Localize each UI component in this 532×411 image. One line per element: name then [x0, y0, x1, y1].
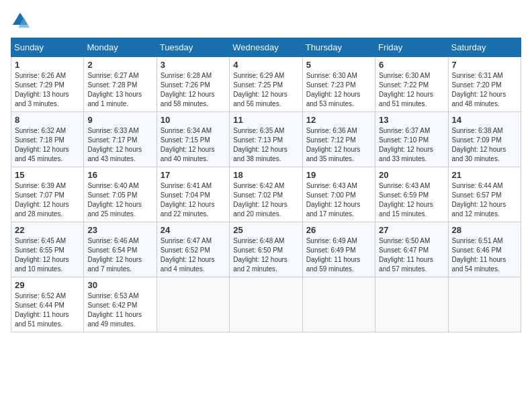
calendar-cell: 27Sunrise: 6:50 AM Sunset: 6:47 PM Dayli… [375, 222, 448, 277]
day-info: Sunrise: 6:50 AM Sunset: 6:47 PM Dayligh… [379, 236, 444, 274]
calendar-cell: 15Sunrise: 6:39 AM Sunset: 7:07 PM Dayli… [11, 167, 84, 222]
calendar-cell: 19Sunrise: 6:43 AM Sunset: 7:00 PM Dayli… [302, 167, 375, 222]
day-number: 10 [161, 115, 226, 125]
weekday-header-friday: Friday [375, 38, 448, 57]
day-info: Sunrise: 6:37 AM Sunset: 7:10 PM Dayligh… [379, 126, 444, 164]
weekday-header-tuesday: Tuesday [157, 38, 229, 57]
day-info: Sunrise: 6:43 AM Sunset: 7:00 PM Dayligh… [306, 181, 371, 219]
day-number: 24 [161, 225, 226, 235]
day-info: Sunrise: 6:35 AM Sunset: 7:13 PM Dayligh… [233, 126, 298, 164]
day-number: 1 [15, 60, 80, 70]
calendar-cell [448, 277, 521, 332]
calendar-cell: 23Sunrise: 6:46 AM Sunset: 6:54 PM Dayli… [84, 222, 157, 277]
day-number: 11 [233, 115, 298, 125]
day-number: 29 [15, 280, 80, 290]
day-info: Sunrise: 6:39 AM Sunset: 7:07 PM Dayligh… [15, 181, 80, 219]
calendar-week-row: 1Sunrise: 6:26 AM Sunset: 7:29 PM Daylig… [11, 57, 521, 112]
day-number: 7 [452, 60, 517, 70]
calendar-table: SundayMondayTuesdayWednesdayThursdayFrid… [11, 38, 521, 332]
day-number: 18 [233, 170, 298, 180]
calendar-cell: 17Sunrise: 6:41 AM Sunset: 7:04 PM Dayli… [157, 167, 229, 222]
weekday-header-sunday: Sunday [11, 38, 84, 57]
day-number: 23 [87, 225, 152, 235]
day-number: 25 [233, 225, 298, 235]
calendar-cell: 4Sunrise: 6:29 AM Sunset: 7:25 PM Daylig… [230, 57, 302, 112]
day-number: 4 [233, 60, 298, 70]
day-info: Sunrise: 6:30 AM Sunset: 7:23 PM Dayligh… [306, 71, 371, 109]
calendar-cell: 1Sunrise: 6:26 AM Sunset: 7:29 PM Daylig… [11, 57, 84, 112]
day-number: 3 [161, 60, 226, 70]
day-info: Sunrise: 6:40 AM Sunset: 7:05 PM Dayligh… [87, 181, 152, 219]
calendar-cell: 18Sunrise: 6:42 AM Sunset: 7:02 PM Dayli… [230, 167, 302, 222]
day-info: Sunrise: 6:48 AM Sunset: 6:50 PM Dayligh… [233, 236, 298, 274]
day-number: 27 [379, 225, 444, 235]
day-number: 30 [87, 280, 152, 290]
calendar-cell [157, 277, 229, 332]
calendar-cell: 10Sunrise: 6:34 AM Sunset: 7:15 PM Dayli… [157, 112, 229, 167]
day-info: Sunrise: 6:32 AM Sunset: 7:18 PM Dayligh… [15, 126, 80, 164]
day-number: 22 [15, 225, 80, 235]
day-info: Sunrise: 6:49 AM Sunset: 6:49 PM Dayligh… [306, 236, 371, 274]
day-info: Sunrise: 6:26 AM Sunset: 7:29 PM Dayligh… [15, 71, 80, 109]
day-info: Sunrise: 6:38 AM Sunset: 7:09 PM Dayligh… [452, 126, 517, 164]
day-number: 6 [379, 60, 444, 70]
day-info: Sunrise: 6:52 AM Sunset: 6:44 PM Dayligh… [15, 291, 80, 329]
day-number: 9 [87, 115, 152, 125]
calendar-cell: 5Sunrise: 6:30 AM Sunset: 7:23 PM Daylig… [302, 57, 375, 112]
day-info: Sunrise: 6:51 AM Sunset: 6:46 PM Dayligh… [452, 236, 517, 274]
day-number: 16 [87, 170, 152, 180]
calendar-week-row: 22Sunrise: 6:45 AM Sunset: 6:55 PM Dayli… [11, 222, 521, 277]
calendar-cell: 9Sunrise: 6:33 AM Sunset: 7:17 PM Daylig… [84, 112, 157, 167]
calendar-cell: 29Sunrise: 6:52 AM Sunset: 6:44 PM Dayli… [11, 277, 84, 332]
day-number: 21 [452, 170, 517, 180]
day-number: 26 [306, 225, 371, 235]
day-info: Sunrise: 6:53 AM Sunset: 6:42 PM Dayligh… [87, 291, 152, 329]
day-number: 2 [87, 60, 152, 70]
calendar-cell: 28Sunrise: 6:51 AM Sunset: 6:46 PM Dayli… [448, 222, 521, 277]
day-number: 17 [161, 170, 226, 180]
calendar-cell: 20Sunrise: 6:43 AM Sunset: 6:59 PM Dayli… [375, 167, 448, 222]
calendar-cell: 8Sunrise: 6:32 AM Sunset: 7:18 PM Daylig… [11, 112, 84, 167]
day-info: Sunrise: 6:34 AM Sunset: 7:15 PM Dayligh… [161, 126, 226, 164]
calendar-week-row: 15Sunrise: 6:39 AM Sunset: 7:07 PM Dayli… [11, 167, 521, 222]
logo [11, 11, 32, 30]
day-info: Sunrise: 6:33 AM Sunset: 7:17 PM Dayligh… [87, 126, 152, 164]
weekday-header-wednesday: Wednesday [230, 38, 302, 57]
calendar-cell: 26Sunrise: 6:49 AM Sunset: 6:49 PM Dayli… [302, 222, 375, 277]
day-info: Sunrise: 6:42 AM Sunset: 7:02 PM Dayligh… [233, 181, 298, 219]
weekday-header-monday: Monday [84, 38, 157, 57]
calendar-header-row: SundayMondayTuesdayWednesdayThursdayFrid… [11, 38, 521, 57]
calendar-cell: 11Sunrise: 6:35 AM Sunset: 7:13 PM Dayli… [230, 112, 302, 167]
weekday-header-thursday: Thursday [302, 38, 375, 57]
calendar-cell: 14Sunrise: 6:38 AM Sunset: 7:09 PM Dayli… [448, 112, 521, 167]
calendar-cell: 13Sunrise: 6:37 AM Sunset: 7:10 PM Dayli… [375, 112, 448, 167]
day-info: Sunrise: 6:43 AM Sunset: 6:59 PM Dayligh… [379, 181, 444, 219]
day-info: Sunrise: 6:30 AM Sunset: 7:22 PM Dayligh… [379, 71, 444, 109]
logo-icon [11, 11, 30, 30]
day-info: Sunrise: 6:31 AM Sunset: 7:20 PM Dayligh… [452, 71, 517, 109]
day-info: Sunrise: 6:46 AM Sunset: 6:54 PM Dayligh… [87, 236, 152, 274]
day-number: 19 [306, 170, 371, 180]
day-number: 15 [15, 170, 80, 180]
day-number: 13 [379, 115, 444, 125]
calendar-week-row: 29Sunrise: 6:52 AM Sunset: 6:44 PM Dayli… [11, 277, 521, 332]
day-info: Sunrise: 6:29 AM Sunset: 7:25 PM Dayligh… [233, 71, 298, 109]
day-number: 8 [15, 115, 80, 125]
day-info: Sunrise: 6:44 AM Sunset: 6:57 PM Dayligh… [452, 181, 517, 219]
calendar-cell: 12Sunrise: 6:36 AM Sunset: 7:12 PM Dayli… [302, 112, 375, 167]
calendar-cell: 22Sunrise: 6:45 AM Sunset: 6:55 PM Dayli… [11, 222, 84, 277]
day-number: 5 [306, 60, 371, 70]
day-number: 12 [306, 115, 371, 125]
day-info: Sunrise: 6:41 AM Sunset: 7:04 PM Dayligh… [161, 181, 226, 219]
calendar-cell: 25Sunrise: 6:48 AM Sunset: 6:50 PM Dayli… [230, 222, 302, 277]
day-number: 20 [379, 170, 444, 180]
calendar-cell: 3Sunrise: 6:28 AM Sunset: 7:26 PM Daylig… [157, 57, 229, 112]
calendar-cell: 21Sunrise: 6:44 AM Sunset: 6:57 PM Dayli… [448, 167, 521, 222]
weekday-header-saturday: Saturday [448, 38, 521, 57]
calendar-cell: 2Sunrise: 6:27 AM Sunset: 7:28 PM Daylig… [84, 57, 157, 112]
day-info: Sunrise: 6:27 AM Sunset: 7:28 PM Dayligh… [87, 71, 152, 109]
calendar-week-row: 8Sunrise: 6:32 AM Sunset: 7:18 PM Daylig… [11, 112, 521, 167]
calendar-cell [230, 277, 302, 332]
day-number: 28 [452, 225, 517, 235]
day-info: Sunrise: 6:47 AM Sunset: 6:52 PM Dayligh… [161, 236, 226, 274]
